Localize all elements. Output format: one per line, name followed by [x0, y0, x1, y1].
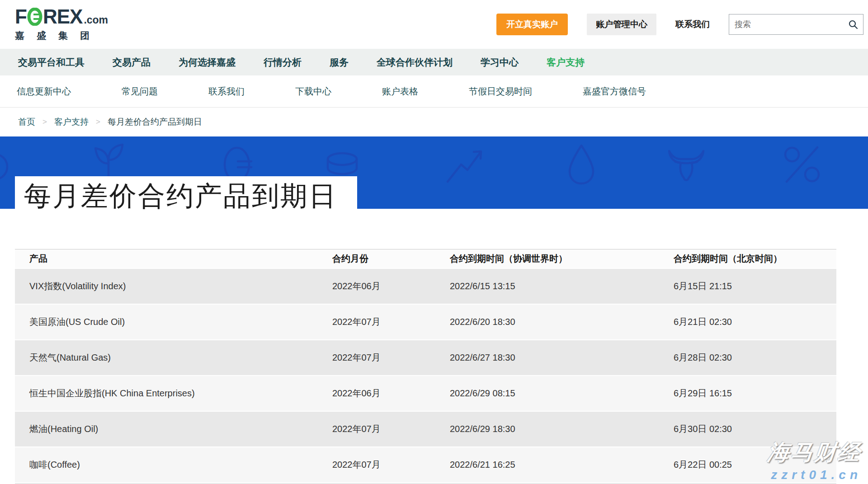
logo-text-com: .com [84, 14, 108, 26]
table-row: 咖啡(Coffee) 2022年07月 2022/6/21 16:25 6月22… [15, 447, 836, 482]
breadcrumb-separator: > [42, 117, 47, 127]
cell-expiry-beijing: 6月15日 21:15 [674, 280, 836, 292]
cell-product: 恒生中国企业股指(HK China Enterprises) [15, 387, 332, 399]
nav-item-services[interactable]: 服务 [330, 56, 349, 69]
cell-product: 美国原油(US Crude Oil) [15, 316, 332, 328]
cell-product: VIX指数(Volatility Index) [15, 280, 332, 292]
table-row: 燃油(Heating Oil) 2022年07月 2022/6/29 18:30… [15, 412, 836, 446]
trend-up-icon [442, 142, 487, 187]
subnav-item-faq[interactable]: 常见问题 [122, 85, 158, 98]
bull-icon [664, 142, 709, 187]
table-header-row: 产品 合约月份 合约到期时间（协调世界时） 合约到期时间（北京时间） [15, 249, 836, 268]
cell-product: 咖啡(Coffee) [15, 459, 332, 471]
page-title: 每月差价合约产品到期日 [24, 178, 337, 215]
cell-product: 天然气(Natural Gas) [15, 352, 332, 364]
subnav-item-contact-us[interactable]: 联系我们 [208, 85, 245, 98]
main-navigation: 交易平台和工具 交易产品 为何选择嘉盛 行情分析 服务 全球合作伙伴计划 学习中… [0, 49, 868, 75]
contact-us-link[interactable]: 联系我们 [675, 19, 710, 30]
page: F REX .com 嘉盛集团 开立真实账户 账户管理中心 联系我们 交易平台和… [0, 0, 868, 484]
cell-expiry-beijing: 6月21日 02:30 [674, 316, 836, 328]
percent-icon [777, 142, 827, 187]
droplet-icon [559, 142, 604, 187]
cell-expiry-utc: 2022/6/29 08:15 [450, 388, 674, 399]
table-row: 美国原油(US Crude Oil) 2022年07月 2022/6/20 18… [15, 305, 836, 339]
nav-item-why-us[interactable]: 为何选择嘉盛 [179, 56, 236, 69]
subnav-item-download-center[interactable]: 下载中心 [295, 85, 331, 98]
nav-item-trading-products[interactable]: 交易产品 [113, 56, 151, 69]
cell-contract-month: 2022年07月 [332, 423, 450, 435]
sub-navigation: 信息更新中心 常见问题 联系我们 下载中心 账户表格 节假日交易时间 嘉盛官方微… [0, 75, 868, 108]
logo-chinese-name: 嘉盛集团 [15, 29, 108, 42]
table-row: 天然气(Natural Gas) 2022年07月 2022/6/27 18:3… [15, 340, 836, 375]
header-actions: 开立真实账户 账户管理中心 联系我们 [496, 14, 863, 35]
logo-green-coin-icon [27, 8, 42, 26]
subnav-item-info-updates[interactable]: 信息更新中心 [17, 85, 71, 98]
nav-item-partner-program[interactable]: 全球合作伙伴计划 [377, 56, 453, 69]
search-box[interactable] [729, 14, 863, 35]
forex-logo[interactable]: F REX .com 嘉盛集团 [15, 7, 108, 42]
cell-expiry-beijing: 6月22日 00:25 [674, 459, 836, 471]
cell-contract-month: 2022年07月 [332, 459, 450, 471]
cell-expiry-beijing: 6月30日 02:30 [674, 423, 836, 435]
table-row: VIX指数(Volatility Index) 2022年06月 2022/6/… [15, 269, 836, 304]
expiry-table: 产品 合约月份 合约到期时间（协调世界时） 合约到期时间（北京时间） VIX指数… [15, 249, 836, 484]
column-header-expiry-utc: 合约到期时间（协调世界时） [450, 253, 674, 265]
breadcrumb-current-page: 每月差价合约产品到期日 [108, 116, 202, 128]
breadcrumb-customer-support[interactable]: 客户支持 [54, 116, 89, 128]
cell-expiry-utc: 2022/6/15 13:15 [450, 281, 674, 291]
subnav-item-holiday-hours[interactable]: 节假日交易时间 [469, 85, 532, 98]
forex-logo-wordmark: F REX .com [15, 7, 108, 27]
breadcrumb-home[interactable]: 首页 [18, 116, 35, 128]
cell-expiry-beijing: 6月29日 16:15 [674, 387, 836, 399]
cell-contract-month: 2022年07月 [332, 352, 450, 364]
nav-item-learning-center[interactable]: 学习中心 [481, 56, 519, 69]
column-header-contract-month: 合约月份 [332, 253, 450, 265]
cell-contract-month: 2022年06月 [332, 280, 450, 292]
nav-item-trading-platforms[interactable]: 交易平台和工具 [18, 56, 85, 69]
column-header-product: 产品 [15, 253, 332, 265]
search-icon[interactable] [848, 19, 859, 30]
cell-product: 燃油(Heating Oil) [15, 423, 332, 435]
table-row: 恒生中国企业股指(HK China Enterprises) 2022年06月 … [15, 376, 836, 411]
subnav-item-official-wechat[interactable]: 嘉盛官方微信号 [583, 85, 646, 98]
cell-expiry-utc: 2022/6/29 18:30 [450, 424, 674, 434]
breadcrumb: 首页 > 客户支持 > 每月差价合约产品到期日 [0, 108, 868, 136]
cell-expiry-utc: 2022/6/27 18:30 [450, 352, 674, 363]
logo-text-rex: REX [43, 7, 82, 27]
cell-expiry-utc: 2022/6/21 16:25 [450, 460, 674, 470]
search-input[interactable] [735, 20, 848, 29]
sprout-icon [86, 137, 131, 183]
nav-item-customer-support[interactable]: 客户支持 [547, 56, 585, 69]
subnav-item-account-forms[interactable]: 账户表格 [382, 85, 418, 98]
account-management-button[interactable]: 账户管理中心 [587, 14, 656, 35]
logo-text-f: F [15, 7, 27, 27]
page-title-box: 每月差价合约产品到期日 [15, 176, 357, 216]
cell-expiry-utc: 2022/6/20 18:30 [450, 317, 674, 327]
cell-contract-month: 2022年07月 [332, 316, 450, 328]
cell-contract-month: 2022年06月 [332, 387, 450, 399]
cell-expiry-beijing: 6月28日 02:30 [674, 352, 836, 364]
column-header-expiry-beijing: 合约到期时间（北京时间） [674, 253, 836, 265]
breadcrumb-separator: > [96, 117, 100, 127]
nav-item-market-analysis[interactable]: 行情分析 [264, 56, 302, 69]
top-header: F REX .com 嘉盛集团 开立真实账户 账户管理中心 联系我们 [0, 0, 868, 49]
open-real-account-button[interactable]: 开立真实账户 [496, 14, 568, 35]
